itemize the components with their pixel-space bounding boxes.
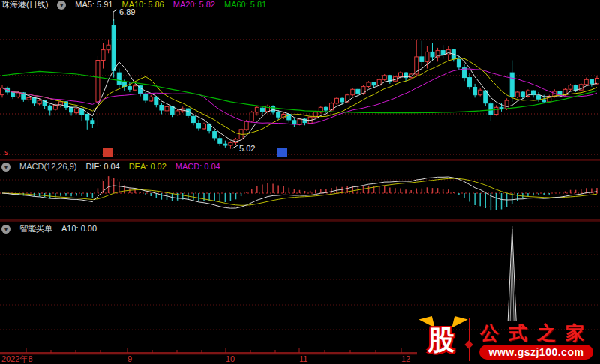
svg-text:11: 11 (299, 354, 308, 363)
indicator-value: MA10: 5.86 (122, 0, 164, 10)
signal-panel-title: 智能买单 (20, 224, 52, 234)
candles-layer (1, 19, 599, 149)
indicator-value: MACD: 0.04 (176, 162, 220, 172)
price-annotation: 5.02 (239, 144, 255, 153)
indicator-value: MA20: 5.82 (173, 0, 215, 10)
svg-text:10: 10 (226, 354, 235, 363)
signal-values-row: A10: 0.00 (62, 224, 106, 234)
ma-lines-layer (2, 53, 597, 142)
watermark-logo-char: 股 (428, 322, 454, 359)
markers-layer (103, 10, 287, 157)
signal-layer (508, 226, 516, 321)
watermark-site-name: 公式之家 (480, 321, 594, 345)
macd-panel-title: MACD(12,26,9) (20, 162, 76, 172)
watermark-url[interactable]: www.gszj100.com (479, 345, 593, 360)
date-axis: 2022年89101112s涨财6.895.02 (0, 7, 417, 363)
collapse-signal-icon[interactable]: ▾ (2, 225, 10, 234)
symbol-title: 珠海港(日线) (2, 0, 48, 10)
indicator-value: DEA: 0.02 (129, 162, 166, 172)
signal-marker: s (4, 148, 8, 157)
watermark-bull-logo: 股 (420, 321, 468, 363)
indicator-value: MA60: 5.81 (224, 0, 266, 10)
indicator-value: A10: 0.00 (62, 224, 97, 234)
macd-panel-header: ▾ MACD(12,26,9) DIF: 0.04DEA: 0.02MACD: … (2, 162, 230, 172)
signal-panel-header: ▾ 智能买单 A10: 0.00 (2, 224, 106, 234)
svg-text:12: 12 (401, 354, 410, 363)
watermark-divider (469, 318, 470, 361)
svg-text:9: 9 (128, 354, 132, 363)
indicator-value: MA5: 5.91 (75, 0, 112, 10)
watermark: 股 公式之家 www.gszj100.com (416, 315, 600, 364)
collapse-macd-icon[interactable]: ▾ (2, 163, 10, 172)
collapse-main-icon[interactable]: ▾ (57, 1, 66, 10)
main-chart-header: 珠海港(日线) ▾ MA5: 5.91MA10: 5.86MA20: 5.82M… (2, 0, 275, 10)
ma-values-row: MA5: 5.91MA10: 5.86MA20: 5.82MA60: 5.81 (75, 0, 275, 10)
stock-app-window: 2022年89101112s涨财6.895.02 珠海港(日线) ▾ MA5: … (0, 0, 600, 364)
indicator-value: DIF: 0.04 (86, 162, 119, 172)
chart-canvas: 2022年89101112s涨财6.895.02 (0, 0, 600, 364)
macd-values-row: DIF: 0.04DEA: 0.02MACD: 0.04 (86, 162, 229, 172)
svg-text:2022年8: 2022年8 (2, 354, 33, 363)
